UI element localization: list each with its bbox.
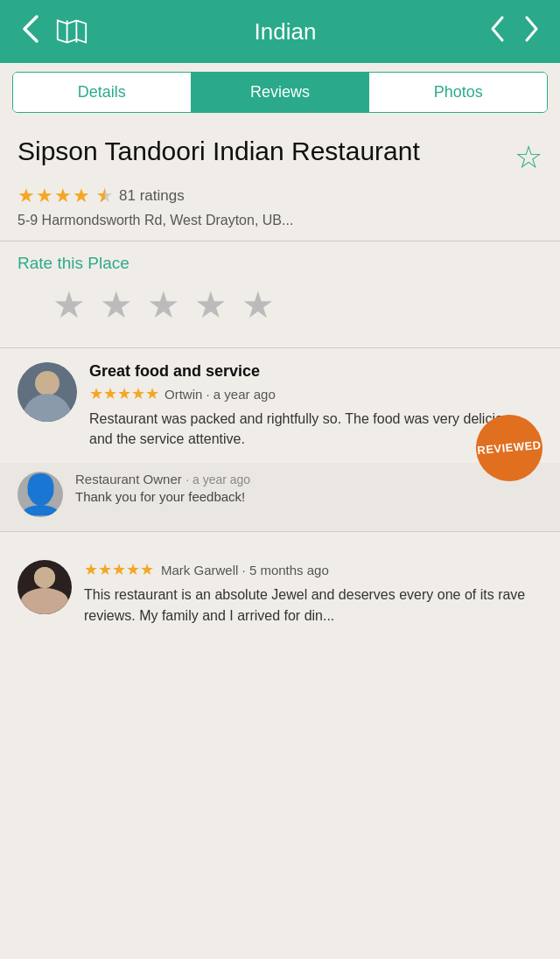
bookmark-icon[interactable]: ☆ [514,139,542,176]
rate-star-3[interactable]: ★ [147,284,180,326]
half-star: ★ ★ [96,185,114,207]
rate-section: Rate this Place ★ ★ ★ ★ ★ [18,242,542,347]
place-header: Sipson Tandoori Indian Restaurant ☆ [18,136,542,176]
review-text-1: Restaurant was packed and rightfully so.… [89,409,542,449]
divider-3 [0,531,560,532]
reviewed-badge-text: REVIEWED [477,438,542,458]
main-content: Sipson Tandoori Indian Restaurant ☆ ★★★★… [0,122,560,449]
rate-star-2[interactable]: ★ [100,284,133,326]
rate-star-5[interactable]: ★ [242,284,275,326]
prev-button[interactable] [483,11,513,52]
review-card-2: ★★★★★ Mark Garwell · 5 months ago This r… [0,546,560,634]
review-card-1: Great food and service ★★★★★ Ortwin · a … [18,362,542,449]
review-body-2: ★★★★★ Mark Garwell · 5 months ago This r… [84,560,542,625]
review-title-1: Great food and service [89,362,542,381]
header-left [14,10,88,54]
next-button[interactable] [516,11,546,52]
review-avatar-2 [18,560,72,614]
tabs: Details Reviews Photos [12,72,548,113]
review2-stars-row: ★★★★★ Mark Garwell · 5 months ago [84,560,542,579]
tab-reviews[interactable]: Reviews [192,73,370,112]
rating-stars: ★★★★ [18,185,91,207]
place-address: 5-9 Harmondsworth Rd, West Drayton, UB..… [18,213,542,228]
review2-stars: ★★★★★ [84,560,154,579]
place-name: Sipson Tandoori Indian Restaurant [18,136,514,167]
review-avatar-1 [18,362,77,422]
svg-marker-0 [58,20,86,42]
owner-body: Restaurant Owner · a year ago Thank you … [75,472,560,517]
owner-name: Restaurant Owner [75,472,182,486]
reviews-section: Great food and service ★★★★★ Ortwin · a … [18,348,542,449]
owner-avatar: 👤 [18,472,63,517]
header: Indian [0,0,560,63]
rating-row: ★★★★ ★ ★ 81 ratings [18,185,542,207]
review2-text: This restaurant is an absolute Jewel and… [84,584,542,625]
review-body-1: Great food and service ★★★★★ Ortwin · a … [89,362,542,449]
review-stars-row-1: ★★★★★ Ortwin · a year ago [89,384,542,403]
header-nav-buttons [483,11,546,52]
rate-star-4[interactable]: ★ [194,284,228,326]
rating-count: 81 ratings [119,187,185,205]
page-title: Indian [88,18,483,46]
tab-details[interactable]: Details [13,73,192,112]
owner-text: Thank you for your feedback! [75,489,560,504]
rate-label: Rate this Place [18,254,542,273]
rate-stars[interactable]: ★ ★ ★ ★ ★ [18,284,542,326]
tab-photos[interactable]: Photos [369,73,547,112]
map-icon [56,16,88,47]
review2-meta: Mark Garwell · 5 months ago [161,563,329,578]
review-stars-1: ★★★★★ [89,384,159,403]
review-meta-1: Ortwin · a year ago [164,387,276,402]
owner-reply: 👤 Restaurant Owner · a year ago Thank yo… [0,463,560,531]
owner-meta: · a year ago [186,472,250,486]
back-button[interactable] [14,10,47,54]
rate-star-1[interactable]: ★ [52,284,86,326]
